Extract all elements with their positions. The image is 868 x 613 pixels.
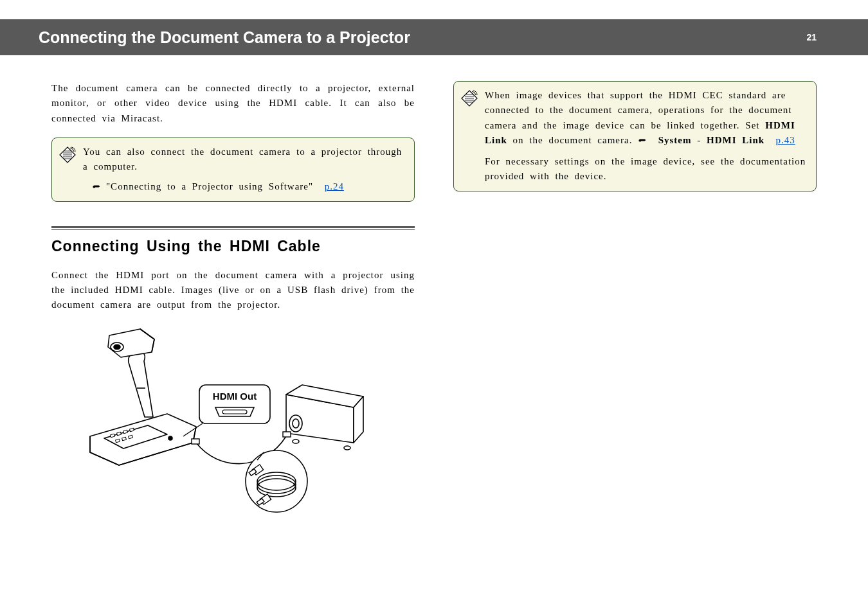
page-number: 21	[806, 32, 817, 42]
note-text: You can also connect the document camera…	[83, 145, 405, 195]
svg-point-1	[168, 436, 172, 440]
link-label: "Connecting to a Projector using Softwar…	[106, 181, 313, 191]
text-run: When image devices that support the HDMI…	[485, 90, 791, 130]
svg-point-20	[344, 446, 350, 450]
svg-point-18	[293, 419, 299, 428]
note-link-line: "Connecting to a Projector using Softwar…	[83, 179, 405, 194]
connection-diagram: HDMI Out	[71, 324, 415, 519]
note-paragraph-1: When image devices that support the HDMI…	[485, 88, 807, 148]
svg-rect-21	[192, 439, 199, 444]
page-link-43[interactable]: p.43	[776, 135, 795, 145]
page-header: Connecting the Document Camera to a Proj…	[0, 19, 868, 55]
page-link-24[interactable]: p.24	[325, 181, 344, 191]
intro-paragraph: The document camera can be connected dir…	[51, 81, 415, 126]
note-link-text: "Connecting to a Projector using Softwar…	[106, 179, 344, 194]
hand-pointer-icon	[638, 135, 647, 145]
note-box-hdmi-cec: When image devices that support the HDMI…	[453, 81, 817, 191]
content-columns: The document camera can be connected dir…	[0, 55, 868, 519]
note-paragraph-2: For necessary settings on the image devi…	[485, 154, 807, 184]
page-title: Connecting the Document Camera to a Proj…	[39, 28, 410, 47]
note-icon	[460, 88, 478, 184]
bold-system: System	[658, 135, 692, 145]
svg-point-19	[293, 440, 299, 443]
section-heading: Connecting Using the HDMI Cable	[51, 238, 415, 255]
svg-point-11	[114, 345, 120, 350]
svg-point-23	[246, 450, 307, 512]
bold-hdmi-link-menu: HDMI Link	[707, 135, 764, 145]
svg-rect-22	[283, 432, 291, 437]
text-run: on the document camera.	[507, 135, 638, 145]
section-divider	[51, 226, 415, 230]
diagram-label: HDMI Out	[213, 391, 257, 402]
svg-rect-15	[222, 410, 247, 414]
note-paragraph: You can also connect the document camera…	[83, 145, 405, 175]
right-column: When image devices that support the HDMI…	[453, 81, 817, 519]
text-run: -	[691, 135, 707, 145]
section-paragraph: Connect the HDMI port on the document ca…	[51, 268, 415, 313]
hand-pointer-icon	[92, 179, 101, 194]
note-icon	[59, 145, 77, 195]
left-column: The document camera can be connected dir…	[51, 81, 415, 519]
note-text: When image devices that support the HDMI…	[485, 88, 807, 184]
note-box-software: You can also connect the document camera…	[51, 138, 415, 202]
